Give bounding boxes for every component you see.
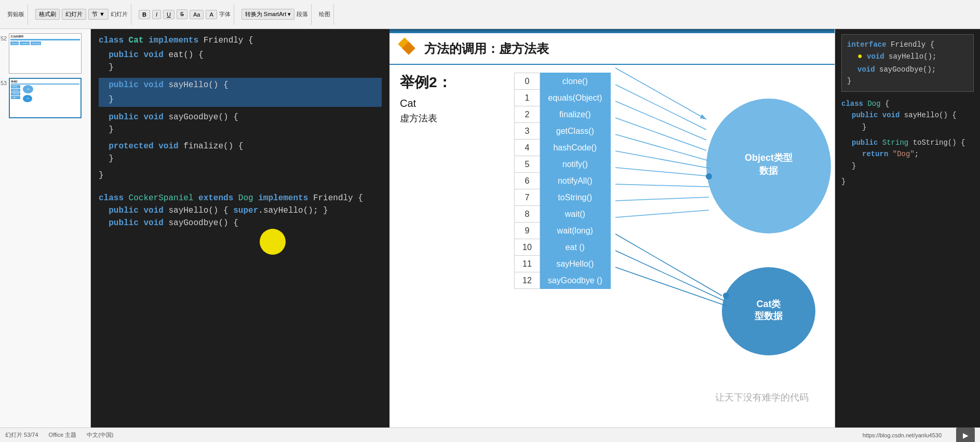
table-row: 3getClass(): [515, 123, 611, 140]
table-row: 8wait(): [515, 206, 611, 223]
row-method-cell: finalize(): [540, 106, 610, 123]
row-num-cell: 5: [515, 156, 540, 173]
toolbar-group-font: B I U S̶ Aa A 字体: [136, 4, 234, 25]
code-line-cockerspan-sayhello: public void sayHello() { super.sayHello(…: [99, 204, 382, 217]
slide-main: 方法的调用：虚方法表 举例2： Cat 虚方法表 0clone()1equals…: [390, 29, 835, 427]
convert-smartart-btn[interactable]: 转换为 SmartArt ▾: [241, 9, 295, 20]
svg-point-3: [722, 267, 815, 355]
row-num-cell: 12: [515, 272, 540, 289]
slides-label: 幻灯片: [111, 10, 128, 18]
row-method-cell: hashCode(): [540, 140, 610, 156]
row-method-cell: notify(): [540, 156, 610, 173]
vtable-area: 0clone()1equals(Object)2finalize()3getCl…: [514, 73, 824, 419]
table-row: 12sayGoodbye (): [515, 272, 611, 289]
code-panel-left: class Cat implements Friendly { public v…: [91, 29, 390, 427]
cursor-dot: [260, 229, 286, 255]
right-code-dog: class Dog { public void sayHello() { } p…: [841, 98, 974, 188]
code-panel-right: interface Friendly { ● void sayHello(); …: [835, 29, 980, 427]
slide-body: 举例2： Cat 虚方法表 0clone()1equals(Object)2fi…: [390, 65, 835, 427]
code-spacer-1: [99, 74, 382, 78]
row-num-cell: 2: [515, 106, 540, 123]
code-line-sayGoodbye: public void sayGoodbye() {: [99, 111, 382, 123]
row-method-cell: getClass(): [540, 123, 610, 140]
slide-btn[interactable]: 幻灯片: [62, 9, 86, 20]
table-row: 10eat (): [515, 239, 611, 256]
row-num-cell: 7: [515, 189, 540, 206]
svg-line-15: [615, 210, 709, 217]
code-line-2: public void eat() {: [99, 49, 382, 61]
slide-thumbnail-52[interactable]: 52 方法的调用 clone() equals() toString(): [9, 33, 82, 74]
table-row: 11sayHello(): [515, 256, 611, 272]
svg-text:Object类型: Object类型: [745, 153, 793, 163]
code-line-finalize-close: }: [99, 153, 382, 165]
table-row: 0clone(): [515, 73, 611, 90]
vtable-label: 虚方法表: [400, 112, 504, 125]
drawing-label: 绘图: [319, 10, 330, 18]
bold-btn[interactable]: B: [139, 10, 150, 19]
row-method-cell: clone(): [540, 73, 610, 90]
watermark: 让天下没有难学的代码: [715, 391, 809, 404]
row-method-cell: sayHello(): [540, 256, 610, 272]
slide-left-labels: 举例2： Cat 虚方法表: [400, 73, 504, 419]
section-btn[interactable]: 节 ▼: [88, 9, 109, 20]
row-method-cell: eat (): [540, 239, 610, 256]
table-row: 2finalize(): [515, 106, 611, 123]
font-btn[interactable]: A: [206, 10, 217, 19]
row-num-cell: 1: [515, 90, 540, 106]
fontsize-btn[interactable]: Aa: [190, 10, 204, 19]
row-method-cell: equals(Object): [540, 90, 610, 106]
example-label: 举例2：: [400, 73, 504, 92]
svg-line-18: [615, 267, 727, 306]
code-spacer-3: [99, 136, 382, 140]
thumb-num-53: 53: [1, 80, 7, 86]
toolbar-group-paragraph: 转换为 SmartArt ▾ 段落: [238, 4, 312, 25]
code-spacer-2: [99, 107, 382, 111]
svg-line-7: [615, 85, 706, 130]
underline-btn[interactable]: U: [163, 10, 174, 19]
code-spacer-5: [99, 182, 382, 192]
thumb-content-53: 举例2 clone() equals() toString() eat() Ob…: [9, 78, 82, 118]
row-num-cell: 6: [515, 173, 540, 189]
row-method-cell: wait(long): [540, 223, 610, 239]
code-line-1: class Cat implements Friendly {: [99, 34, 382, 47]
row-method-cell: wait(): [540, 206, 610, 223]
table-row: 4hashCode(): [515, 140, 611, 156]
toolbar: 剪贴板 格式刷 幻灯片 节 ▼ 幻灯片 B I U S̶ Aa A 字体 转换为…: [0, 0, 980, 29]
italic-btn[interactable]: I: [152, 10, 161, 19]
row-num-cell: 10: [515, 239, 540, 256]
row-method-cell: toString(): [540, 189, 610, 206]
svg-line-12: [615, 168, 711, 176]
row-num-cell: 0: [515, 73, 540, 90]
paragraph-label: 段落: [297, 10, 308, 18]
svg-line-9: [615, 118, 706, 150]
svg-line-8: [615, 101, 706, 140]
svg-point-22: [723, 293, 729, 299]
strikethrough-btn[interactable]: S̶: [177, 9, 187, 19]
svg-text:数据: 数据: [759, 165, 778, 176]
virtual-table: 0clone()1equals(Object)2finalize()3getCl…: [514, 73, 611, 289]
title-diamond-icon: [400, 39, 418, 58]
row-num-cell: 8: [515, 206, 540, 223]
svg-line-14: [615, 197, 709, 201]
play-button[interactable]: ▶: [956, 427, 975, 443]
svg-line-6: [615, 68, 706, 119]
code-line-sayHello-close: }: [99, 92, 382, 107]
lang-info: 中文(中国): [87, 431, 113, 439]
row-num-cell: 9: [515, 223, 540, 239]
code-line-cockerspan-sayGoodbye: public void sayGoodbye() {: [99, 217, 382, 229]
row-num-cell: 3: [515, 123, 540, 140]
slide-thumbnail-53[interactable]: 53 举例2 clone() equals() toString() eat()…: [9, 78, 82, 118]
url-info: https://blog.csdn.net/yanlu4530: [863, 432, 942, 438]
code-line-sayGoodbye-close: }: [99, 123, 382, 136]
thumb-content-52: 方法的调用 clone() equals() toString(): [9, 33, 82, 74]
table-row: 6notifyAll(): [515, 173, 611, 189]
slide-title-bar: 方法的调用：虚方法表: [390, 33, 835, 65]
svg-text:型数据: 型数据: [755, 311, 783, 321]
format-brush-btn[interactable]: 格式刷: [35, 9, 60, 20]
table-row: 5notify(): [515, 156, 611, 173]
thumb-num-52: 52: [1, 35, 7, 42]
row-num-cell: 4: [515, 140, 540, 156]
bottom-bar: 幻灯片 53/74 Office 主题 中文(中国) https://blog.…: [0, 427, 980, 442]
svg-line-17: [615, 251, 724, 301]
clipboard-label: 剪贴板: [7, 10, 24, 18]
